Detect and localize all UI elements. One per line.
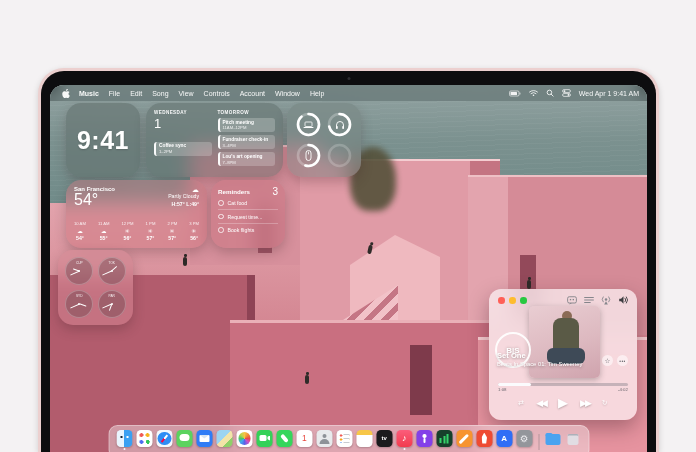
reminders-widget[interactable]: Reminders 3 Cat food Request time... Boo… [211, 180, 285, 248]
calendar-event[interactable]: Fundraiser check-in 3–4PM [218, 135, 276, 149]
hour-temp: 57° [146, 235, 156, 243]
favorite-button[interactable]: ☆ [602, 355, 613, 366]
control-center-icon[interactable] [558, 89, 575, 97]
battery-icon[interactable] [505, 90, 525, 97]
world-clock-cupertino: CUP [65, 257, 93, 285]
batteries-widget[interactable] [287, 103, 361, 177]
menu-item-view[interactable]: View [174, 90, 199, 97]
menu-item-window[interactable]: Window [270, 90, 305, 97]
calendar-event[interactable]: Pitch meeting 11AM–12PM [218, 118, 276, 132]
weather-hour: 2 PM ☀ 57° [167, 221, 177, 243]
cloud-icon: ☁ [168, 186, 199, 193]
calendar-widget[interactable]: WEDNESDAY 1 Coffee sync 1–2PM TOMORROW P… [146, 103, 283, 177]
reminder-item[interactable]: Request time... [218, 210, 278, 223]
dock-icon-finder[interactable] [116, 430, 133, 447]
dock-icon-contacts[interactable] [316, 430, 333, 447]
up-next-icon[interactable] [584, 296, 594, 304]
weather-hour: 10 AM ☁ 54° [74, 221, 86, 243]
menu-item-help[interactable]: Help [305, 90, 329, 97]
dock-icon-app-store[interactable]: A [496, 430, 513, 447]
menu-item-song[interactable]: Song [147, 90, 173, 97]
reminder-checkbox[interactable] [218, 214, 224, 220]
weather-condition: Partly Cloudy [168, 193, 199, 201]
battery-ring-headphones [326, 111, 353, 138]
dock-icon-tv[interactable]: tv [376, 430, 393, 447]
battery-ring-empty [326, 142, 353, 169]
menu-item-controls[interactable]: Controls [199, 90, 235, 97]
event-time: 1–2PM [159, 149, 209, 154]
dock-icon-reminders[interactable] [336, 430, 353, 447]
dock-icon-playgrounds[interactable] [456, 430, 473, 447]
reminder-checkbox[interactable] [218, 200, 224, 206]
dock-icon-calendar[interactable]: 1 [296, 430, 313, 447]
battery-ring-mouse [295, 142, 322, 169]
calendar-event[interactable]: Coffee sync 1–2PM [154, 142, 212, 156]
dock-icon-photos[interactable] [236, 430, 253, 447]
menu-item-music[interactable]: Music [74, 90, 104, 97]
event-time: 11AM–12PM [223, 125, 273, 130]
dock-icon-downloads-folder[interactable] [545, 430, 562, 447]
play-button[interactable]: ▶ [558, 395, 568, 410]
hour-label: 2 PM [167, 221, 177, 227]
repeat-button[interactable]: ↻ [602, 399, 608, 407]
hour-label: 1 PM [146, 221, 156, 227]
dock-icon-safari[interactable] [156, 430, 173, 447]
lyrics-icon[interactable] [567, 296, 577, 305]
volume-icon[interactable] [618, 295, 629, 305]
reminder-item[interactable]: Cat food [218, 197, 278, 210]
menu-item-account[interactable]: Account [235, 90, 270, 97]
reminder-label: Cat food [228, 200, 248, 206]
minimize-button[interactable] [509, 297, 516, 304]
menu-item-edit[interactable]: Edit [125, 90, 147, 97]
hour-label: 12 PM [121, 221, 133, 227]
hour-weather-icon: ☁ [74, 227, 86, 235]
progress-bar[interactable] [498, 383, 628, 386]
progress-fill [498, 383, 531, 386]
event-time: 7–8PM [223, 160, 273, 165]
calendar-event[interactable]: Lou's art opening 7–8PM [218, 152, 276, 166]
search-icon[interactable] [542, 89, 558, 97]
weather-hour: 12 PM ☀ 56° [121, 221, 133, 243]
hour-temp: 55° [98, 235, 110, 243]
wifi-icon[interactable] [525, 89, 542, 97]
menu-item-file[interactable]: File [104, 90, 125, 97]
reminder-item[interactable]: Book flights [218, 224, 278, 236]
dock-icon-mail[interactable] [196, 430, 213, 447]
menu-bar-clock[interactable]: Wed Apr 1 9:41 AM [575, 90, 639, 97]
more-button[interactable]: ••• [617, 355, 628, 366]
zoom-button[interactable] [520, 297, 527, 304]
reminders-count: 3 [272, 186, 278, 197]
dock-icon-rocket[interactable] [476, 430, 493, 447]
shuffle-button[interactable]: ⇄ [518, 399, 524, 407]
clock-widget[interactable]: 9:41 [66, 103, 140, 177]
weather-current: San Francisco 54° ☁ Partly Cloudy H:57° … [74, 186, 199, 209]
page: Music File Edit Song View Controls Accou… [0, 0, 696, 452]
dock-icon-settings[interactable]: ⚙ [516, 430, 533, 447]
dock-icon-messages[interactable] [176, 430, 193, 447]
weather-widget[interactable]: San Francisco 54° ☁ Partly Cloudy H:57° … [66, 180, 207, 248]
clock-pin [111, 303, 113, 305]
dock-icon-phone[interactable] [276, 430, 293, 447]
dock-icon-stocks[interactable] [436, 430, 453, 447]
apple-menu[interactable] [58, 89, 74, 98]
forward-button[interactable]: ▶▶ [580, 398, 590, 408]
close-button[interactable] [498, 297, 505, 304]
dock-icon-notes[interactable] [356, 430, 373, 447]
front-camera [347, 77, 350, 80]
music-mini-player-window[interactable]: B|S Set One Beats In Space 01: Tim Sween… [489, 289, 637, 420]
dock-icon-maps[interactable] [216, 430, 233, 447]
weather-temp: 54° [74, 192, 115, 209]
dock-icon-facetime[interactable] [256, 430, 273, 447]
world-clock-widget[interactable]: CUP TOK SYD [58, 250, 133, 325]
rewind-button[interactable]: ◀◀ [536, 398, 546, 408]
weather-high-low: H:57° L:49° [168, 201, 199, 209]
reminder-checkbox[interactable] [218, 227, 224, 233]
hour-weather-icon: ☀ [167, 227, 177, 235]
airplay-icon[interactable] [601, 295, 611, 305]
dock-icon-podcasts[interactable] [416, 430, 433, 447]
dock-icon-trash[interactable] [565, 430, 582, 447]
calendar-tomorrow-column: TOMORROW Pitch meeting 11AM–12PM Fundrai… [218, 110, 276, 170]
dock-icon-music[interactable]: ♪ [396, 430, 413, 447]
dock-icon-apps[interactable] [136, 430, 153, 447]
hour-label: 10 AM [74, 221, 86, 227]
